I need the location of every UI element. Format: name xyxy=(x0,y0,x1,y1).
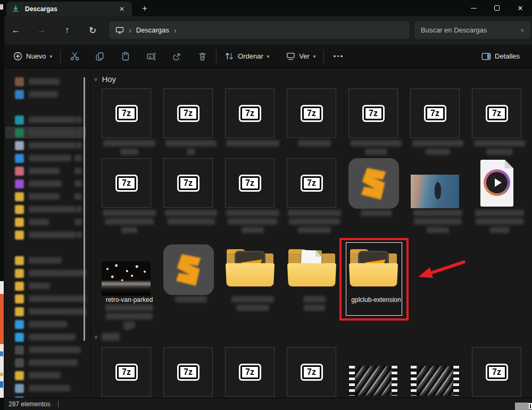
sidebar-item-redacted[interactable] xyxy=(5,306,86,317)
file-photo-sea-redacted[interactable] xyxy=(410,158,466,238)
file-app-redacted[interactable] xyxy=(163,244,219,324)
search-input[interactable] xyxy=(414,26,521,34)
sidebar-item-redacted[interactable] xyxy=(5,191,86,202)
sidebar-scrollbar[interactable] xyxy=(84,77,85,341)
download-icon xyxy=(12,5,20,13)
sidebar-item-redacted[interactable] xyxy=(5,293,86,305)
navigation-bar: ← → ↑ ↻ › Descargas › xyxy=(4,16,532,45)
redacted-label xyxy=(29,142,76,149)
file-7z-redacted[interactable]: 7z xyxy=(102,347,157,398)
7zip-glyph: 7z xyxy=(364,106,383,120)
7zip-icon: 7z xyxy=(301,105,323,122)
file-7z-redacted[interactable]: 7z xyxy=(472,88,527,168)
redacted-file-name xyxy=(165,140,217,146)
up-button[interactable]: ↑ xyxy=(58,23,76,38)
redacted-label xyxy=(29,117,75,123)
file-7z-redacted[interactable]: 7z xyxy=(163,347,219,398)
paste-button[interactable] xyxy=(115,48,136,65)
7zip-icon: 7z xyxy=(486,105,508,122)
file-7z-redacted[interactable]: 7z xyxy=(287,88,342,168)
sidebar-item-redacted[interactable] xyxy=(5,140,86,151)
copy-button[interactable] xyxy=(89,48,111,65)
sidebar-item-redacted[interactable] xyxy=(5,165,86,177)
pin-icon xyxy=(74,193,82,200)
forward-button[interactable]: → xyxy=(32,23,51,38)
new-button[interactable]: Nuevo ▾ xyxy=(9,48,57,65)
breadcrumb-item-descargas[interactable]: Descargas xyxy=(136,26,169,34)
maximize-button[interactable] xyxy=(485,0,509,16)
breadcrumb[interactable]: › Descargas › xyxy=(109,21,410,39)
view-button[interactable]: Ver ▾ xyxy=(281,48,320,65)
file-7z-redacted[interactable]: 7z xyxy=(472,347,527,398)
more-options-button[interactable] xyxy=(327,48,348,65)
7zip-icon: 7z xyxy=(177,105,200,122)
app-icon-tile xyxy=(163,244,214,295)
file-folder-logo-redacted[interactable] xyxy=(225,244,280,324)
video-frame xyxy=(417,366,453,396)
file-retro-van-parked[interactable]: retro-van-parked xyxy=(102,244,157,324)
sidebar-item-redacted[interactable] xyxy=(5,88,86,100)
sidebar-item-redacted[interactable] xyxy=(5,331,86,343)
file-7z-redacted[interactable]: 7z xyxy=(102,88,157,168)
group-header-hoy[interactable]: ˅Hoy xyxy=(94,75,116,84)
sidebar-item-redacted[interactable] xyxy=(5,178,86,190)
sidebar-item-redacted[interactable] xyxy=(5,127,86,138)
redacted-label xyxy=(29,91,58,97)
file-7z-redacted[interactable]: 7z xyxy=(163,158,219,238)
tab-descargas[interactable]: Descargas ✕ xyxy=(6,2,132,16)
cut-button[interactable] xyxy=(64,48,85,65)
file-7z-redacted[interactable]: 7z xyxy=(287,347,342,398)
folder-icon xyxy=(15,231,24,240)
sidebar-item-redacted[interactable] xyxy=(5,357,86,368)
7zip-icon: 7z xyxy=(115,105,138,122)
file-7z-redacted[interactable]: 7z xyxy=(225,158,280,238)
file-7z-redacted[interactable]: 7z xyxy=(410,88,466,168)
search-box[interactable] xyxy=(414,21,530,39)
sidebar-item-redacted[interactable] xyxy=(5,229,86,241)
details-pane-button[interactable]: Detalles xyxy=(477,48,525,65)
close-button[interactable]: ✕ xyxy=(509,0,532,16)
sidebar-item-redacted[interactable] xyxy=(5,382,86,394)
sidebar-item-redacted[interactable] xyxy=(5,152,86,164)
sidebar-item-redacted[interactable] xyxy=(5,114,86,126)
sidebar-item-redacted[interactable] xyxy=(5,318,86,330)
sidebar-item-redacted[interactable] xyxy=(5,216,86,228)
sidebar-item-redacted[interactable] xyxy=(5,203,86,215)
sidebar-item-redacted[interactable] xyxy=(5,255,86,266)
sidebar-item-redacted[interactable] xyxy=(5,267,86,279)
sidebar-item-redacted[interactable] xyxy=(5,280,86,292)
minimize-button[interactable] xyxy=(462,0,485,16)
paste-icon xyxy=(121,52,130,61)
redacted-file-name xyxy=(288,210,341,216)
file-7z-redacted[interactable]: 7z xyxy=(287,158,342,238)
background-window-edge-orange xyxy=(0,294,4,344)
file-7z-redacted[interactable]: 7z xyxy=(163,88,219,168)
sidebar-item-redacted[interactable] xyxy=(5,76,86,87)
sidebar-item-redacted[interactable] xyxy=(5,344,86,356)
sidebar-item-redacted[interactable] xyxy=(5,370,86,381)
file-video-redacted[interactable] xyxy=(410,347,466,398)
file-7z-redacted[interactable]: 7z xyxy=(225,347,280,398)
file-folder-paper-redacted[interactable] xyxy=(287,244,342,324)
titlebar: Descargas ✕ + ✕ xyxy=(4,0,532,16)
file-mediadoc-redacted[interactable] xyxy=(472,158,527,238)
group-header-redacted[interactable]: ˅ xyxy=(94,333,120,341)
file-7z-redacted[interactable]: 7z xyxy=(102,158,157,238)
share-button[interactable] xyxy=(166,48,187,65)
delete-button[interactable] xyxy=(192,48,213,65)
play-ring-icon xyxy=(484,169,510,196)
redacted-file-name xyxy=(289,218,340,225)
refresh-button[interactable]: ↻ xyxy=(84,23,102,38)
file-7z-redacted[interactable]: 7z xyxy=(225,88,280,168)
sort-button[interactable]: Ordenar ▾ xyxy=(220,48,274,65)
background-artifact xyxy=(0,373,3,376)
toolbar-divider xyxy=(60,50,61,63)
rename-button[interactable]: A xyxy=(140,48,162,65)
new-tab-button[interactable]: + xyxy=(138,2,151,15)
sort-icon xyxy=(225,52,234,61)
file-video-redacted[interactable] xyxy=(348,347,404,398)
tab-close-icon[interactable]: ✕ xyxy=(117,4,127,14)
back-button[interactable]: ← xyxy=(7,23,25,38)
file-app-redacted[interactable] xyxy=(348,158,404,238)
file-7z-redacted[interactable]: 7z xyxy=(348,88,404,168)
